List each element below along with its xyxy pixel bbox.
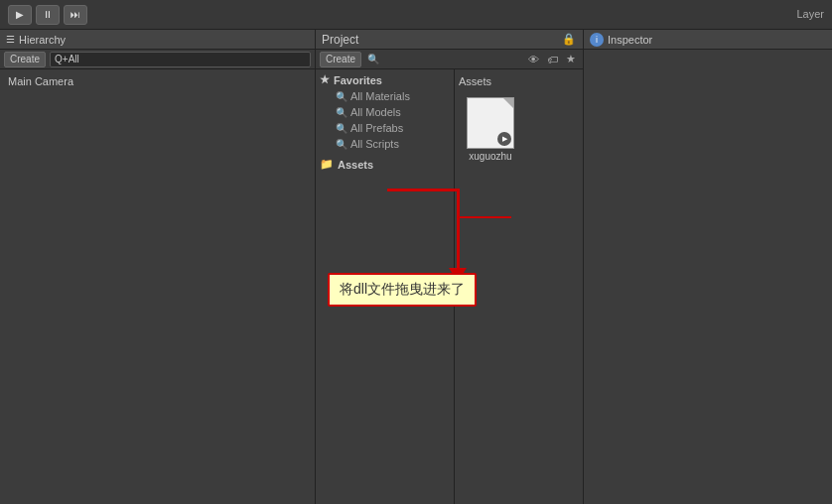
favorites-materials-label: All Materials bbox=[350, 90, 410, 102]
hierarchy-icon: ☰ bbox=[6, 34, 15, 45]
project-tab[interactable]: Project 🔒 bbox=[316, 30, 583, 50]
assets-tree-label: Assets bbox=[338, 159, 373, 171]
search-scripts-icon: 🔍 bbox=[336, 139, 347, 150]
eye-icon[interactable]: 👁 bbox=[525, 52, 541, 67]
project-assets: Assets ▶ xuguozhu bbox=[455, 69, 583, 504]
tag-icon[interactable]: 🏷 bbox=[544, 52, 560, 67]
star-icon-btn[interactable]: ★ bbox=[563, 52, 579, 67]
hierarchy-panel: ☰ Hierarchy Create Main Camera bbox=[0, 30, 316, 504]
project-body: ★ Favorites 🔍 All Materials 🔍 All Models… bbox=[316, 69, 583, 504]
hierarchy-tab-label: Hierarchy bbox=[19, 34, 66, 46]
favorites-scripts-label: All Scripts bbox=[350, 138, 399, 150]
project-toolbar: Create 🔍 👁 🏷 ★ bbox=[316, 50, 583, 69]
asset-icon-xuguozhu: ▶ bbox=[467, 97, 514, 149]
project-tree: ★ Favorites 🔍 All Materials 🔍 All Models… bbox=[316, 69, 455, 504]
search-models-icon: 🔍 bbox=[336, 107, 347, 118]
favorites-star-icon: ★ bbox=[320, 73, 330, 86]
play-button[interactable]: ▶ bbox=[8, 5, 32, 25]
hierarchy-create-button[interactable]: Create bbox=[4, 52, 46, 67]
lock-icon[interactable]: 🔒 bbox=[561, 32, 577, 48]
main-layout: ☰ Hierarchy Create Main Camera Project 🔒… bbox=[0, 30, 832, 504]
hierarchy-item-main-camera[interactable]: Main Camera bbox=[4, 73, 311, 89]
inspector-info-icon: i bbox=[590, 33, 604, 47]
project-tab-icons: 🔒 bbox=[561, 32, 577, 48]
project-toolbar-right: 👁 🏷 ★ bbox=[525, 52, 579, 67]
favorites-section[interactable]: ★ Favorites bbox=[316, 71, 454, 88]
hierarchy-content: Main Camera bbox=[0, 69, 315, 504]
asset-underline bbox=[457, 216, 511, 218]
assets-folder-icon: 📁 bbox=[320, 158, 334, 171]
step-button[interactable]: ⏭ bbox=[64, 5, 87, 25]
favorites-label: Favorites bbox=[334, 74, 382, 86]
hierarchy-search-input[interactable] bbox=[50, 52, 311, 67]
layer-label: Layer bbox=[796, 8, 824, 20]
favorites-prefabs-label: All Prefabs bbox=[350, 122, 403, 134]
toolbar: ▶ ⏸ ⏭ Layer bbox=[0, 0, 832, 30]
inspector-tab-label: Inspector bbox=[608, 34, 652, 46]
favorites-models-label: All Models bbox=[350, 106, 401, 118]
favorites-all-materials[interactable]: 🔍 All Materials bbox=[316, 88, 454, 104]
hierarchy-tab[interactable]: ☰ Hierarchy bbox=[0, 30, 315, 50]
project-panel: Project 🔒 Create 🔍 👁 🏷 ★ ★ Favorites bbox=[316, 30, 584, 504]
search-materials-icon: 🔍 bbox=[336, 91, 347, 102]
assets-section[interactable]: 📁 Assets bbox=[316, 156, 454, 173]
inspector-panel: i Inspector bbox=[584, 30, 832, 504]
favorites-all-models[interactable]: 🔍 All Models bbox=[316, 104, 454, 120]
asset-name-xuguozhu: xuguozhu bbox=[469, 151, 511, 162]
asset-item-xuguozhu[interactable]: ▶ xuguozhu bbox=[459, 93, 522, 166]
project-create-button[interactable]: Create bbox=[320, 52, 361, 67]
inspector-tab[interactable]: i Inspector bbox=[584, 30, 832, 50]
assets-breadcrumb: Assets bbox=[459, 73, 579, 89]
favorites-all-scripts[interactable]: 🔍 All Scripts bbox=[316, 136, 454, 152]
project-tab-label: Project bbox=[322, 33, 358, 47]
pause-button[interactable]: ⏸ bbox=[36, 5, 60, 25]
project-search-icon[interactable]: 🔍 bbox=[365, 52, 381, 67]
asset-play-icon: ▶ bbox=[497, 132, 511, 146]
favorites-all-prefabs[interactable]: 🔍 All Prefabs bbox=[316, 120, 454, 136]
search-prefabs-icon: 🔍 bbox=[336, 123, 347, 134]
hierarchy-toolbar: Create bbox=[0, 50, 315, 69]
